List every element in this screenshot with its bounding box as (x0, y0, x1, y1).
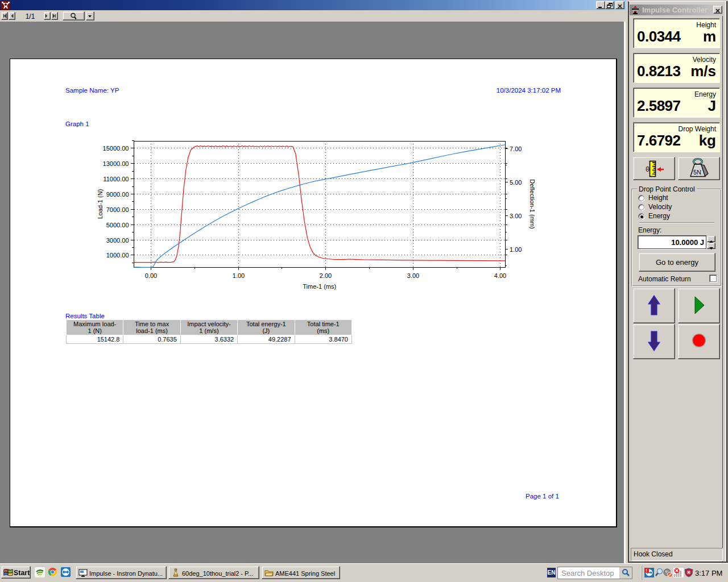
svg-text:Deflection-1 (mm): Deflection-1 (mm) (529, 179, 536, 228)
svg-text:15000.00: 15000.00 (103, 145, 129, 152)
svg-text:Time-1 (ms): Time-1 (ms) (303, 283, 336, 290)
svg-text:4.00: 4.00 (494, 272, 506, 279)
svg-text:5.00: 5.00 (510, 179, 522, 186)
svg-text:5000.00: 5000.00 (106, 222, 129, 228)
svg-text:!: ! (646, 568, 647, 573)
svg-text:1.00: 1.00 (510, 246, 522, 253)
svg-text:2.00: 2.00 (320, 272, 332, 279)
svg-text:3.00: 3.00 (407, 272, 419, 279)
svg-text:9000.00: 9000.00 (106, 191, 129, 198)
svg-text:0.00: 0.00 (145, 272, 157, 279)
svg-text:0: 0 (646, 166, 650, 174)
svg-text:1.00: 1.00 (233, 272, 245, 279)
svg-text:1000.00: 1000.00 (106, 252, 129, 259)
svg-text:3.00: 3.00 (510, 213, 522, 219)
svg-text:7.00: 7.00 (510, 146, 522, 152)
svg-text:11000.00: 11000.00 (103, 176, 129, 182)
svg-text:5N: 5N (693, 169, 701, 176)
svg-text:13000.00: 13000.00 (103, 160, 129, 167)
svg-text:7000.00: 7000.00 (106, 206, 129, 213)
svg-text:Load-1 (N): Load-1 (N) (97, 189, 104, 219)
svg-text:3000.00: 3000.00 (106, 237, 129, 244)
